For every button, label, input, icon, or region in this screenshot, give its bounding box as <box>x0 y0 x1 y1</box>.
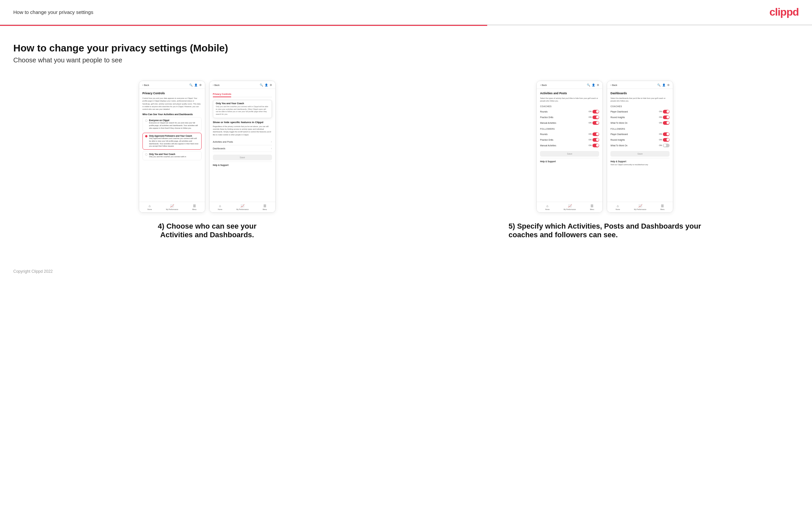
screenshots-row: ‹ Back 🔍 👤 ⚙ Privacy Controls Control ho… <box>13 80 799 239</box>
mockup3-body-text: Select the types of activity that you'd … <box>540 97 599 103</box>
coach-manual-on-text: ON <box>589 122 592 124</box>
mockup3-back[interactable]: ‹ Back <box>540 83 547 87</box>
option-coach-only[interactable]: Only You and Your Coach Only you and the… <box>143 151 202 160</box>
mockup-dashboards: ‹ Back 🔍 👤 ⚙ Dashboards Select the dashb… <box>607 80 673 213</box>
coach-drills-toggle[interactable] <box>593 115 599 119</box>
follower-round-insights-toggle[interactable] <box>663 138 669 142</box>
search-icon-2[interactable]: 🔍 <box>260 83 263 87</box>
mockup4-followers-label: FOLLOWERS <box>610 128 669 130</box>
follower-player-dash-toggle[interactable] <box>663 132 669 136</box>
coach-manual-toggle-row: ON <box>589 121 599 125</box>
nav2-performance[interactable]: 📈 My Performance <box>237 204 249 210</box>
profile-icon-4[interactable]: 👤 <box>662 83 666 87</box>
home-icon-2: ⌂ <box>219 204 221 208</box>
follower-drills-on-text: ON <box>589 139 592 141</box>
nav-performance[interactable]: 📈 My Performance <box>166 204 179 210</box>
coach-rounds-on-text: ON <box>589 111 592 112</box>
nav-menu[interactable]: ☰ Menu <box>192 204 197 210</box>
mockup4-follower-round-insights: Round Insights ON <box>610 137 669 143</box>
nav-link-dashboards[interactable]: Dashboards › <box>213 145 272 152</box>
chevron-right-icon: › <box>271 140 272 143</box>
nav-performance-label: My Performance <box>166 208 179 210</box>
nav2-menu[interactable]: ☰ Menu <box>263 204 267 210</box>
dropdown-card[interactable]: Only You and Your Coach Only you and the… <box>213 100 272 118</box>
save-button-2[interactable]: Save <box>213 155 272 160</box>
mockup1-back[interactable]: ‹ Back <box>143 83 149 87</box>
profile-icon-3[interactable]: 👤 <box>592 83 595 87</box>
mockup3-back-label: Back <box>542 84 547 86</box>
radio-approved[interactable] <box>145 135 147 137</box>
follower-player-dash-label: Player Dashboard <box>610 133 628 135</box>
settings-icon-2[interactable]: ⚙ <box>270 83 272 87</box>
profile-icon[interactable]: 👤 <box>194 83 198 87</box>
coach-rounds-toggle[interactable] <box>593 110 599 113</box>
mockup1-sub-title: Who Can See Your Activities and Dashboar… <box>143 113 202 115</box>
follower-manual-toggle[interactable] <box>593 144 599 147</box>
mockup3-icons: 🔍 👤 ⚙ <box>587 83 599 87</box>
nav2-home[interactable]: ⌂ Home <box>218 204 222 210</box>
coach-what-to-work-toggle[interactable] <box>663 121 669 125</box>
search-icon[interactable]: 🔍 <box>189 83 193 87</box>
radio-everyone[interactable] <box>145 119 147 122</box>
nav-home-label: Home <box>147 208 152 210</box>
save-button-3[interactable]: Save <box>540 151 599 157</box>
coach-manual-label: Manual Activities <box>540 122 556 124</box>
coach-player-dash-label: Player Dashboard <box>610 111 628 113</box>
mockup3-header: ‹ Back 🔍 👤 ⚙ <box>537 81 602 89</box>
follower-what-to-work-on: ON <box>659 144 662 146</box>
nav3-menu[interactable]: ☰ Menu <box>590 204 594 210</box>
nav4-performance[interactable]: 📈 My Performance <box>634 204 646 210</box>
radio-coach-only[interactable] <box>145 153 147 156</box>
performance-icon-4: 📈 <box>638 204 642 208</box>
performance-icon-2: 📈 <box>241 204 244 208</box>
follower-drills-toggle[interactable] <box>593 138 599 142</box>
option-coach-only-title: Only You and Your Coach <box>149 153 186 155</box>
search-icon-4[interactable]: 🔍 <box>657 83 661 87</box>
option-everyone-title: Everyone on Clippd <box>149 119 199 121</box>
mockup2-tab-bar: Privacy Controls <box>213 92 272 97</box>
settings-icon-3[interactable]: ⚙ <box>597 83 599 87</box>
tab-privacy-controls[interactable]: Privacy Controls <box>213 92 232 97</box>
follower-rounds-on-text: ON <box>589 133 592 135</box>
coach-round-insights-label: Round Insights <box>610 116 625 118</box>
follower-what-to-work-toggle[interactable] <box>663 144 669 147</box>
nav4-menu[interactable]: ☰ Menu <box>660 204 665 210</box>
coach-player-dash-on: ON <box>659 111 662 112</box>
mockup2-icons: 🔍 👤 ⚙ <box>260 83 272 87</box>
option-everyone[interactable]: Everyone on Clippd Everyone on Clippd ca… <box>143 117 202 131</box>
screenshot-group-1: ‹ Back 🔍 👤 ⚙ Privacy Controls Control ho… <box>13 80 401 239</box>
mockup4-bottom-nav: ⌂ Home 📈 My Performance ☰ Menu <box>607 202 673 212</box>
mockup4-body: Dashboards Select the dashboards that yo… <box>607 89 673 202</box>
mockup3-bottom-nav: ⌂ Home 📈 My Performance ☰ Menu <box>537 202 602 212</box>
mockup4-coach-player-dash: Player Dashboard ON <box>610 109 669 114</box>
settings-icon[interactable]: ⚙ <box>199 83 202 87</box>
mockup2-back[interactable]: ‹ Back <box>213 83 219 87</box>
option-approved-title: Only Approved Followers and Your Coach <box>149 135 199 137</box>
nav-menu-label: Menu <box>192 208 197 210</box>
coach-player-dash-toggle[interactable] <box>663 110 669 113</box>
profile-icon-2[interactable]: 👤 <box>265 83 268 87</box>
coach-manual-toggle[interactable] <box>593 121 599 125</box>
performance-icon-3: 📈 <box>568 204 572 208</box>
clippd-logo: clippd <box>769 6 799 18</box>
nav4-home[interactable]: ⌂ Home <box>615 204 620 210</box>
nav3-home[interactable]: ⌂ Home <box>545 204 549 210</box>
dropdown-text: Only you and the coaches you connect wit… <box>216 106 269 116</box>
option-approved[interactable]: Only Approved Followers and Your Coach O… <box>143 133 202 150</box>
nav3-performance-label: My Performance <box>564 208 576 210</box>
settings-icon-4[interactable]: ⚙ <box>667 83 669 87</box>
coach-round-insights-toggle[interactable] <box>663 115 669 119</box>
mockup4-body-text: Select the dashboards that you'd like to… <box>610 97 669 103</box>
nav2-performance-label: My Performance <box>237 208 249 210</box>
nav-home[interactable]: ⌂ Home <box>147 204 152 210</box>
mockup3-body: Activities and Posts Select the types of… <box>537 89 602 202</box>
nav-link-activities[interactable]: Activities and Posts › <box>213 139 272 145</box>
menu-icon: ☰ <box>193 204 196 208</box>
mockup1-bottom-nav: ⌂ Home 📈 My Performance ☰ Menu <box>139 202 205 212</box>
nav3-performance[interactable]: 📈 My Performance <box>564 204 576 210</box>
search-icon-3[interactable]: 🔍 <box>587 83 590 87</box>
save-button-4[interactable]: Save <box>610 151 669 157</box>
footer: Copyright Clippd 2022 <box>0 259 812 284</box>
follower-rounds-toggle[interactable] <box>593 132 599 136</box>
mockup4-back[interactable]: ‹ Back <box>610 83 617 87</box>
